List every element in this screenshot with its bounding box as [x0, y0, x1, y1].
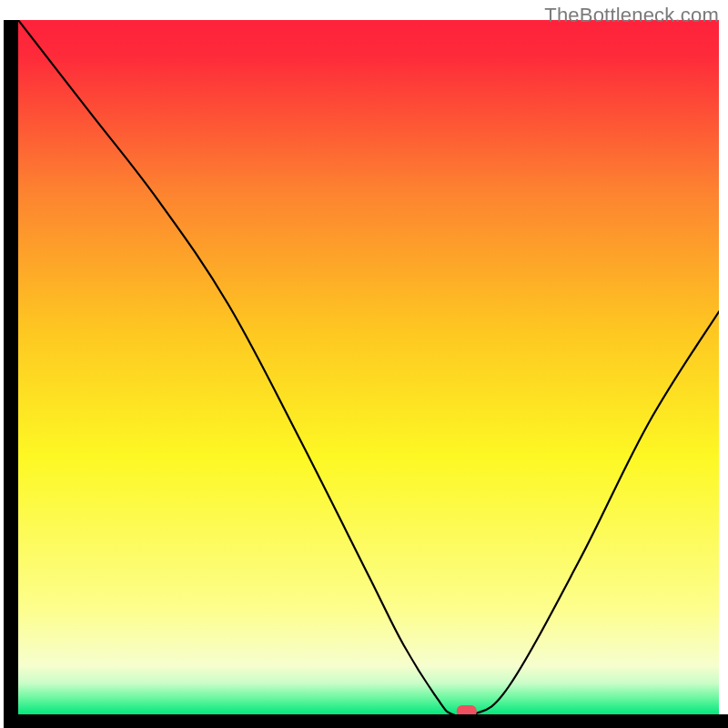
chart-viewport: TheBottleneck.com	[0, 0, 728, 728]
bottleneck-chart	[0, 0, 728, 728]
gradient-background	[18, 20, 719, 714]
svg-rect-2	[4, 714, 728, 728]
watermark-label: TheBottleneck.com	[544, 4, 719, 27]
svg-rect-1	[4, 20, 18, 728]
